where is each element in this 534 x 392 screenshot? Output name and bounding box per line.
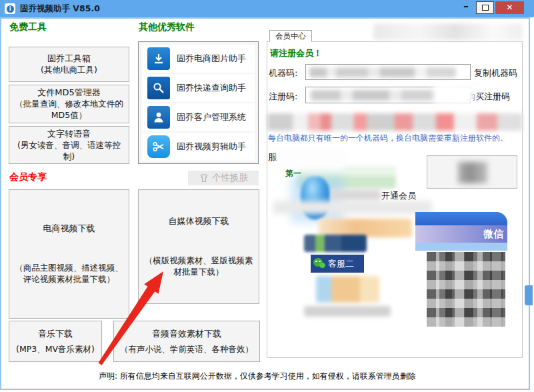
media-video-subtitle: （横版视频素材、竖版视频素材批量下载） [139,255,259,278]
maximize-button[interactable] [476,1,494,14]
toolbox-subtitle: (其他电商工具) [37,65,101,76]
wechat-banner: 微信 [415,212,507,252]
express-search-icon [147,77,170,99]
app-window: i 固乔视频助手 V85.0 – ✕ 免费工具 其他优秀软件 会员专享 固乔工具… [0,0,534,392]
wechat-service-badge: 客服二 [311,255,364,273]
software-item-label: 固乔电商图片助手 [177,53,246,65]
close-button[interactable]: ✕ [495,1,524,14]
censored-top-blur [373,23,523,40]
app-icon: i [5,3,15,14]
wechat-badge-label: 客服二 [328,258,354,270]
toolbox-button[interactable]: 固乔工具箱 (其他电商工具) [9,47,129,82]
minimize-button[interactable]: – [457,0,475,14]
tts-button[interactable]: 文字转语音 (男女读音、音调、语速等控制) [9,126,129,164]
wechat-icon [313,258,325,270]
ecommerce-video-download-button[interactable]: 电商视频下载 （商品主图视频、描述视频、评论视频素材批量下载） [9,189,129,319]
censored-gray-button[interactable] [427,155,517,189]
censored-warning-row [267,113,523,131]
software-item-label: 固乔快递查询助手 [177,82,246,94]
censored-patch [433,84,475,104]
skin-change-label: 个性换肤 [212,172,248,184]
reg-code-label: 注册码: [269,91,297,103]
music-download-button[interactable]: 音乐下载 (MP3、MV音乐素材) [9,321,102,362]
censored-service-info [276,147,345,169]
register-prompt: 请注册会员！ [270,47,322,59]
music-download-title: 音乐下载 [38,328,73,340]
shirt-icon [199,173,209,183]
tts-subtitle: (男女读音、音调、语速等控制) [9,140,129,163]
censored-patch [304,235,367,252]
disclaimer-statement: 声明: 所有信息均来自互联网公开数据，仅供参考学习使用，如有侵权，请联系管理员删… [99,371,416,382]
software-item-express-helper[interactable]: 固乔快递查询助手 [142,74,255,102]
ecommerce-video-title: 电商视频下载 [43,223,95,235]
banner-bottom [415,243,507,251]
software-item-video-editor[interactable]: 固乔视频剪辑助手 [142,133,255,161]
md5-title: 文件MD5管理器 [37,87,101,99]
tier-label: 第一 [285,168,301,179]
download-icon [147,47,170,70]
machine-code-label: 机器码: [269,67,297,79]
tab-member-center[interactable]: 会员中心 [269,30,312,42]
other-software-panel: 固乔电商图片助手 固乔快递查询助手 固乔客户管理系统 固乔视频剪辑助手 [138,41,259,164]
censored-patch [273,201,432,214]
ecommerce-video-subtitle: （商品主图视频、描述视频、评论视频素材批量下载） [9,263,129,285]
audio-sfx-title: 音频音效素材下载 [152,328,221,340]
software-item-crm[interactable]: 固乔客户管理系统 [142,103,255,131]
censored-patch [331,189,381,201]
software-item-label: 固乔视频剪辑助手 [177,141,246,153]
audio-sfx-download-button[interactable]: 音频音效素材下载 （有声小说、学前英语、各种音效） [113,321,260,362]
scissors-icon [147,135,170,158]
skin-change-button[interactable]: 个性换肤 [188,171,259,185]
media-video-download-button[interactable]: 自媒体视频下载 （横版视频素材、竖版视频素材批量下载） [138,189,259,304]
md5-subtitle: （批量查询、修改本地文件的MD5值） [9,99,129,121]
heading-vip-only: 会员专享 [9,171,47,183]
media-video-title: 自媒体视频下载 [169,215,229,227]
maximize-icon [482,5,489,11]
software-item-label: 固乔客户管理系统 [177,111,246,123]
titlebar: i 固乔视频助手 V85.0 – ✕ [0,0,534,17]
music-download-subtitle: (MP3、MV音乐素材) [12,344,99,355]
copy-machine-code-button[interactable]: 复制机器码 [474,67,517,79]
qr-code [427,252,505,327]
md5-manager-button[interactable]: 文件MD5管理器 （批量查询、修改本地文件的MD5值） [9,85,129,123]
user-icon [147,106,170,129]
unique-machine-note: 每台电脑都只有唯一的一个机器码，换台电脑需要重新注册软件的。 [268,133,508,144]
side-panel-handle[interactable] [525,285,533,305]
window-title: 固乔视频助手 V85.0 [20,0,100,17]
tts-title: 文字转语音 [47,128,91,140]
censored-patch [304,306,391,317]
toolbox-title: 固乔工具箱 [47,53,91,65]
censored-machine-code [309,67,456,77]
heading-other-software: 其他优秀软件 [139,21,195,33]
censored-patch [458,162,487,183]
software-item-image-helper[interactable]: 固乔电商图片助手 [142,45,255,73]
censored-patch [316,276,379,303]
heading-free-tools: 免费工具 [9,21,47,33]
banner-mid: 微信 [415,225,507,243]
banner-wechat-label: 微信 [483,228,503,241]
audio-sfx-subtitle: （有声小说、学前英语、各种音效） [116,344,257,355]
